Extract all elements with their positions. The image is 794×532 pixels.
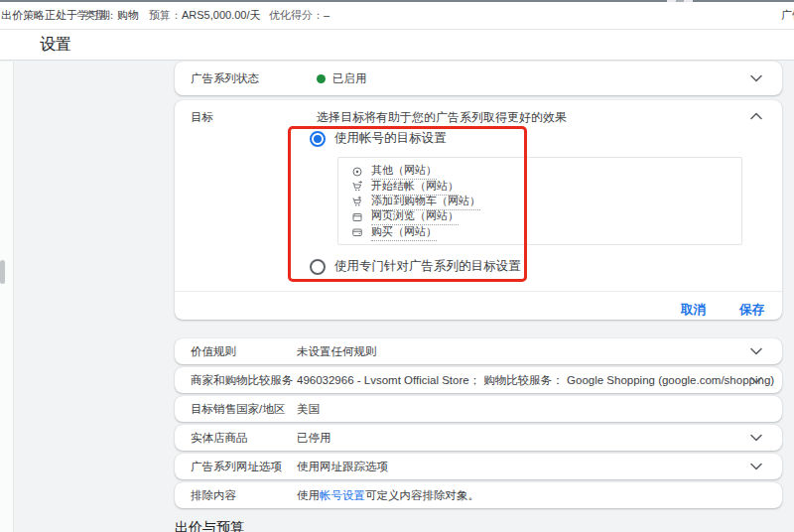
cancel-button[interactable]: 取消: [679, 298, 708, 323]
row-value: 美国: [297, 396, 320, 422]
row-value: 未设置任何规则: [297, 338, 377, 364]
settings-section-goals: 目标 选择目标将有助于您的广告系列取得更好的效果 使用帐号的目标设置 其他（网站…: [175, 100, 782, 320]
radio-unselected-icon[interactable]: [310, 259, 326, 275]
divider: [175, 291, 782, 292]
type-value: 购物: [117, 9, 139, 21]
row-label: 实体店商品: [191, 425, 248, 451]
google-ads-campaign-settings-screen: 出价策略正处于学习期 类型：购物 预算：ARS5,000.00/天 优化得分：–…: [0, 0, 794, 532]
row-value: 已停用: [297, 425, 331, 451]
page-title: 设置: [40, 30, 71, 60]
row-value: 496032966 - Lvsomt Official Store； 购物比较服…: [297, 367, 774, 393]
campaign-type: 类型：购物: [84, 2, 139, 29]
left-scrollbar-thumb[interactable]: [0, 260, 5, 284]
radio-campaign-goal-settings[interactable]: 使用专门针对广告系列的目标设置: [310, 258, 521, 275]
goal-item-purchase: 购买（网站）: [350, 225, 729, 240]
optimization-score: 优化得分：–: [269, 2, 330, 29]
budget-label: 预算：: [149, 9, 182, 21]
campaign-info-bar: 出价策略正处于学习期 类型：购物 预算：ARS5,000.00/天 优化得分：–…: [0, 2, 794, 30]
chevron-down-icon[interactable]: [750, 376, 762, 384]
budget-value: ARS5,000.00/天: [182, 9, 261, 21]
checkout-icon: [350, 181, 364, 193]
goals-helper-text: 选择目标将有助于您的广告系列取得更好的效果: [317, 109, 567, 126]
goal-item-add-to-cart: 添加到购物车（网站）: [350, 195, 729, 209]
clipped-right-text: 广告: [781, 2, 794, 29]
status-enabled-dot: [317, 74, 326, 83]
settings-row-target-country[interactable]: 目标销售国家/地区 美国: [175, 396, 782, 422]
radio-selected-icon[interactable]: [310, 131, 326, 147]
type-label: 类型：: [84, 9, 117, 21]
settings-row-local-products[interactable]: 实体店商品 已停用: [175, 425, 782, 451]
webpage-icon: [350, 211, 364, 223]
goal-item-page-view: 网页浏览（网站）: [350, 209, 729, 224]
chevron-up-icon[interactable]: [750, 112, 762, 120]
score-label: 优化得分：: [269, 9, 324, 21]
radio-label: 使用帐号的目标设置: [334, 130, 447, 147]
chevron-down-icon[interactable]: [750, 347, 762, 355]
row-label: 目标: [191, 110, 213, 125]
row-label: 价值规则: [191, 338, 236, 364]
radio-account-goal-settings[interactable]: 使用帐号的目标设置: [310, 130, 447, 147]
score-value: –: [324, 9, 330, 21]
row-label: 商家和购物比较服务: [191, 367, 294, 393]
settings-row-merchant-cs[interactable]: 商家和购物比较服务 496032966 - Lvsomt Official St…: [175, 367, 782, 393]
row-value: 已启用: [317, 62, 367, 95]
row-label: 目标销售国家/地区: [191, 396, 285, 422]
settings-row-content-exclusions[interactable]: 排除内容 使用帐号设置可定义内容排除对象。: [175, 482, 782, 508]
goal-item-other: 其他（网站）: [350, 164, 729, 179]
account-goals-list: 其他（网站） 开始结帐（网站） 添加到购物车（网站） 网页浏览（网站）: [337, 157, 742, 245]
row-value: 使用帐号设置可定义内容排除对象。: [297, 482, 479, 508]
left-rail: [0, 62, 14, 532]
add-to-cart-icon: [350, 196, 364, 207]
row-label: 排除内容: [191, 482, 236, 508]
purchase-icon: [350, 226, 364, 238]
settings-row-campaign-status[interactable]: 广告系列状态 已启用: [175, 62, 782, 95]
settings-row-value-rules[interactable]: 价值规则 未设置任何规则: [175, 338, 782, 364]
chevron-down-icon[interactable]: [750, 74, 762, 82]
goal-item-begin-checkout: 开始结帐（网站）: [350, 179, 729, 194]
bidding-budget-section-title: 出价与预算: [175, 519, 244, 532]
campaign-budget: 预算：ARS5,000.00/天: [149, 2, 261, 29]
row-value: 使用网址跟踪选项: [297, 454, 388, 479]
chevron-down-icon[interactable]: [750, 463, 762, 470]
account-settings-link[interactable]: 帐号设置: [320, 489, 365, 501]
settings-row-campaign-url-options[interactable]: 广告系列网址选项 使用网址跟踪选项: [175, 454, 782, 479]
status-text: 已启用: [332, 62, 367, 95]
goal-item-label: 购买（网站）: [371, 224, 437, 241]
row-label: 广告系列状态: [191, 62, 259, 95]
save-button[interactable]: 保存: [737, 298, 766, 323]
row-label: 广告系列网址选项: [191, 454, 282, 479]
target-icon: [350, 166, 364, 178]
radio-label: 使用专门针对广告系列的目标设置: [334, 258, 521, 275]
goals-action-bar: 取消 保存: [679, 298, 766, 323]
value-prefix: 使用: [297, 489, 320, 501]
chevron-down-icon[interactable]: [750, 434, 762, 442]
page-header: 设置: [0, 30, 794, 61]
value-suffix: 可定义内容排除对象。: [365, 489, 479, 501]
